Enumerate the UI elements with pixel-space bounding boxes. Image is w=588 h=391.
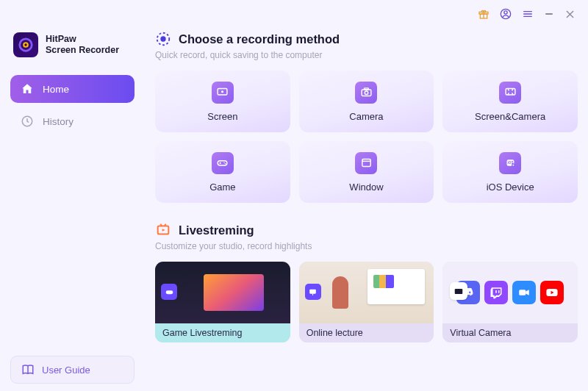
zoom-video-icon [512, 281, 536, 304]
live-card-label: Virtual Camera [442, 323, 578, 342]
svg-rect-31 [165, 290, 173, 294]
recording-title: Choose a recording method [179, 32, 340, 46]
svg-point-23 [225, 163, 226, 164]
method-label: Game [209, 182, 235, 193]
livestream-subtitle: Customize your studio, record highlights [155, 241, 578, 251]
gift-icon[interactable] [478, 8, 490, 20]
method-label: Screen&Camera [475, 111, 545, 122]
live-card-thumb [442, 262, 578, 323]
clock-icon [21, 115, 34, 128]
recording-section-head: Choose a recording method [155, 31, 578, 47]
app-logo-icon [13, 32, 38, 57]
svg-marker-30 [162, 229, 165, 232]
svg-rect-24 [362, 159, 370, 167]
method-card-screen-camera[interactable]: Screen&Camera [442, 71, 578, 132]
game-icon [212, 152, 234, 174]
svg-point-11 [24, 43, 26, 46]
camera-icon [355, 82, 377, 104]
minimize-button[interactable] [544, 9, 554, 19]
live-card-thumb [155, 262, 290, 323]
camera-badge-icon [450, 282, 467, 300]
live-card-thumb [299, 262, 434, 323]
svg-point-3 [504, 11, 507, 14]
live-card-label: Online lecture [299, 323, 434, 342]
twitch-icon [484, 281, 508, 304]
menu-icon[interactable] [522, 8, 534, 20]
svg-rect-34 [519, 290, 526, 295]
recording-subtitle: Quick record, quick saving to the comput… [155, 50, 578, 60]
svg-rect-21 [218, 161, 227, 165]
live-card-label: Game Livestreming [155, 323, 290, 342]
svg-rect-19 [365, 88, 369, 90]
screen-icon [212, 82, 234, 104]
book-icon [21, 363, 35, 376]
livestream-icon [155, 222, 171, 238]
svg-point-16 [221, 90, 223, 93]
svg-point-14 [160, 36, 165, 41]
sidebar-item-history[interactable]: History [10, 107, 135, 135]
game-badge-icon [161, 284, 177, 300]
app-name-line2: Screen Recorder [46, 45, 119, 56]
svg-rect-20 [506, 89, 515, 96]
method-label: Window [349, 182, 383, 193]
home-icon [21, 82, 34, 96]
method-label: Camera [349, 111, 383, 122]
method-label: Screen [207, 111, 237, 122]
app-name-line1: HitPaw [46, 34, 119, 45]
sidebar-item-label: History [43, 116, 74, 127]
app-brand: HitPaw Screen Recorder [10, 32, 135, 75]
user-guide-button[interactable]: User Guide [10, 356, 135, 384]
presentation-badge-icon [305, 284, 321, 300]
account-icon[interactable] [500, 8, 512, 20]
svg-rect-35 [455, 289, 463, 294]
svg-point-18 [365, 91, 368, 95]
window-icon [355, 152, 377, 174]
screen-camera-icon [499, 82, 521, 104]
svg-rect-32 [309, 289, 316, 293]
sidebar-item-home[interactable]: Home [10, 75, 135, 103]
svg-point-22 [224, 162, 225, 162]
svg-rect-33 [312, 293, 313, 295]
live-card-game[interactable]: Game Livestreming [155, 262, 290, 342]
youtube-icon [540, 281, 564, 304]
live-card-virtual-camera[interactable]: Virtual Camera [442, 262, 578, 342]
method-label: iOS Device [487, 182, 534, 193]
close-button[interactable] [564, 9, 575, 19]
live-card-lecture[interactable]: Online lecture [299, 262, 434, 342]
method-card-ios[interactable]: iOS iOS Device [442, 141, 578, 203]
method-card-game[interactable]: Game [155, 141, 290, 203]
ios-icon: iOS [499, 152, 521, 174]
user-guide-label: User Guide [42, 365, 90, 376]
sidebar-item-label: Home [43, 84, 69, 95]
method-card-window[interactable]: Window [299, 141, 434, 203]
method-card-camera[interactable]: Camera [299, 71, 434, 132]
record-method-icon [155, 31, 171, 47]
livestream-section-head: Livestreming [155, 222, 578, 238]
livestream-title: Livestreming [179, 223, 254, 237]
method-card-screen[interactable]: Screen [155, 71, 290, 132]
